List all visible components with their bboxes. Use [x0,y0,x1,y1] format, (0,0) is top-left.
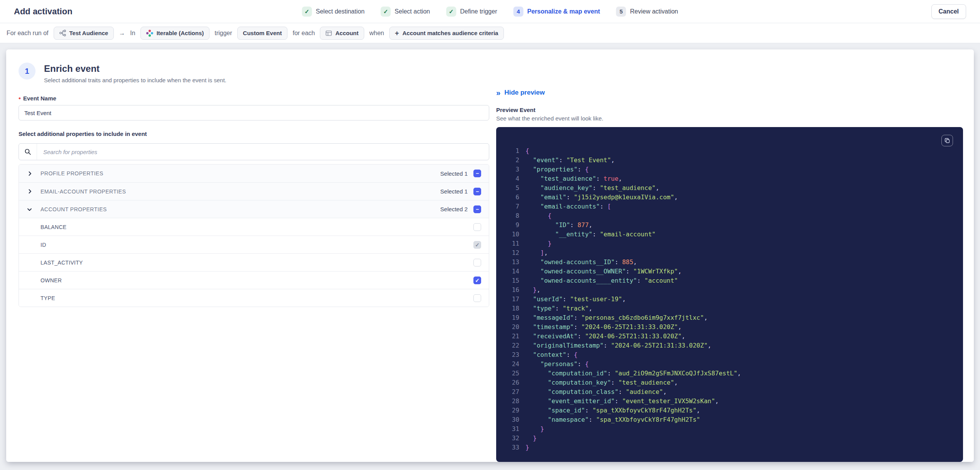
line-number: 10 [507,230,519,239]
step-select-destination[interactable]: ✓Select destination [302,7,365,17]
property-row[interactable]: ID✓ [19,236,489,253]
chip-account[interactable]: Account [320,27,364,40]
check-icon: ✓ [302,7,312,17]
line-number: 8 [507,211,519,221]
row-right: Selected 1− [440,188,481,195]
checkbox[interactable]: − [473,188,481,195]
line-number: 16 [507,285,519,295]
checkbox[interactable]: ✓ [473,241,481,249]
chip-label: Custom Event [243,30,282,36]
code-text: "messageId": "personas_cb6zdbo6im9g7xxf7… [525,313,708,322]
hide-preview-label: Hide preview [504,89,545,97]
checkbox[interactable]: ✓ [473,277,481,284]
code-line: 20 "timestamp": "2024-06-25T21:31:33.020… [507,322,954,332]
line-number: 30 [507,415,519,424]
property-row[interactable]: OWNER✓ [19,271,489,289]
chip-account-matches-audience-criteria[interactable]: +Account matches audience criteria [389,27,504,40]
code-text: { [525,146,529,156]
code-line: 15 "owned-accounts____entity": "account" [507,276,954,285]
step-select-action[interactable]: ✓Select action [381,7,430,17]
row-right [473,259,481,266]
line-number: 5 [507,183,519,193]
event-name-label-row: • Event Name [19,95,489,102]
code-line: 1{ [507,146,954,156]
main-card: 1 Enrich event Select additional traits … [6,49,974,462]
code-line: 17 "userId": "test-user-19", [507,295,954,304]
property-row[interactable]: TYPE [19,289,489,307]
step-define-trigger[interactable]: ✓Define trigger [446,7,497,17]
context-text: → [119,30,125,37]
chip-label: Test Audience [69,30,108,36]
copy-button[interactable] [941,135,953,146]
code-text: "userId": "test-user-19", [525,295,626,304]
chip-custom-event[interactable]: Custom Event [237,27,288,40]
double-chevron-icon: » [496,89,500,97]
checkbox[interactable]: − [473,170,481,177]
line-number: 18 [507,304,519,313]
selected-count: Selected 1 [440,170,468,177]
checkbox[interactable]: − [473,205,481,213]
event-name-input[interactable] [19,105,489,120]
step-review-activation[interactable]: 5Review activation [616,7,678,17]
cancel-button[interactable]: Cancel [931,4,966,19]
property-label: BALANCE [41,224,66,230]
property-group-row[interactable]: PROFILE PROPERTIESSelected 1− [19,165,489,182]
search-input[interactable] [37,144,489,160]
code-line: 32 } [507,434,954,443]
checkbox[interactable] [473,294,481,302]
property-group-row[interactable]: EMAIL-ACCOUNT PROPERTIESSelected 1− [19,182,489,200]
code-line: 2 "event": "Test Event", [507,156,954,165]
code-line: 13 "owned-accounts__ID": 885, [507,258,954,267]
code-line: 27 "computation_class": "audience", [507,387,954,397]
checkbox[interactable] [473,223,481,231]
iterable-icon [146,30,153,37]
search-icon [19,144,37,160]
line-number: 27 [507,387,519,397]
property-row[interactable]: LAST_ACTIVITY [19,253,489,271]
json-preview-panel: 1{2 "event": "Test Event",3 "properties"… [496,127,963,462]
code-line: 6 "email": "j15i2ysedp@k1euxaIVia.com", [507,193,954,202]
code-text: { [525,211,551,221]
code-text: "originalTimestamp": "2024-06-25T21:31:3… [525,341,711,350]
checkbox[interactable] [473,259,481,266]
code-line: 3 "properties": { [507,165,954,174]
line-number: 13 [507,258,519,267]
chip-test-audience[interactable]: Test Audience [54,27,114,40]
hide-preview-link[interactable]: » Hide preview [496,89,545,97]
context-text: for each [292,30,315,37]
code-line: 14 "owned-accounts__OWNER": "1WCWrTXfkp"… [507,267,954,276]
check-icon: ✓ [446,7,456,17]
property-group-row[interactable]: ACCOUNT PROPERTIESSelected 2− [19,200,489,218]
chevron-right-icon [27,206,33,212]
code-line: 22 "originalTimestamp": "2024-06-25T21:3… [507,341,954,350]
line-number: 11 [507,239,519,248]
preview-title: Preview Event [496,107,963,113]
line-number: 24 [507,360,519,369]
code-line: 16 }, [507,285,954,295]
code-text: } [525,443,529,452]
line-number: 19 [507,313,519,322]
code-line: 7 "email-accounts": [ [507,202,954,211]
line-number: 6 [507,193,519,202]
line-number: 3 [507,165,519,174]
code-text: "test_audience": true, [525,174,622,183]
preview-subtitle: See what the enriched event will look li… [496,115,963,122]
context-text: For each run of [7,30,49,37]
context-text: trigger [215,30,232,37]
property-group-label: PROFILE PROPERTIES [41,170,103,176]
code-text: "receivedAt": "2024-06-25T21:31:33.020Z"… [525,332,685,341]
code-line: 21 "receivedAt": "2024-06-25T21:31:33.02… [507,332,954,341]
line-number: 25 [507,369,519,378]
property-row[interactable]: BALANCE [19,218,489,236]
line-number: 33 [507,443,519,452]
row-right [473,294,481,302]
step-personalize-map-event[interactable]: 4Personalize & map event [513,7,600,17]
line-number: 32 [507,434,519,443]
line-number: 28 [507,397,519,406]
chip-iterable-actions[interactable]: Iterable (Actions) [140,27,210,40]
code-line: 12 ], [507,248,954,258]
code-line: 31 } [507,424,954,434]
code-line: 24 "personas": { [507,360,954,369]
line-number: 31 [507,424,519,434]
step-number: 5 [616,7,626,17]
